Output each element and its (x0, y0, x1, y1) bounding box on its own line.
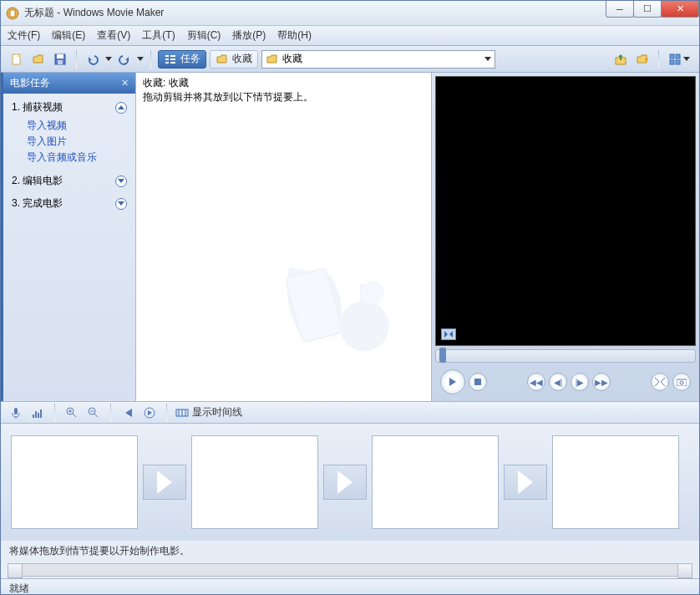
svg-rect-1 (10, 10, 15, 17)
horizontal-scrollbar[interactable] (21, 563, 679, 577)
storyboard-slot[interactable] (11, 435, 138, 529)
split-button[interactable] (651, 373, 669, 391)
menu-help[interactable]: 帮助(H) (277, 28, 312, 43)
zoom-out-button[interactable] (85, 404, 102, 421)
redo-button[interactable] (115, 50, 134, 69)
seek-bar[interactable] (435, 349, 696, 363)
svg-rect-14 (670, 60, 674, 64)
menu-clip[interactable]: 剪辑(C) (187, 28, 221, 43)
menu-file[interactable]: 文件(F) (8, 28, 40, 43)
svg-rect-23 (14, 408, 18, 414)
tasks-icon (164, 53, 177, 66)
stop-button[interactable] (469, 373, 487, 391)
prev-button[interactable]: ◀◀ (527, 373, 545, 391)
collections-label: 收藏 (232, 52, 252, 66)
svg-point-22 (680, 381, 683, 384)
task-section-capture[interactable]: 1. 捕获视频 (12, 100, 127, 114)
redo-dropdown[interactable] (137, 57, 144, 61)
view-mode-button[interactable] (666, 50, 692, 69)
svg-rect-8 (165, 62, 169, 64)
storyboard[interactable] (1, 424, 699, 541)
collection-pane: 收藏: 收藏 拖动剪辑并将其放到以下情节提要上。 (136, 73, 432, 401)
tasks-toggle[interactable]: 任务 (158, 50, 206, 69)
next-button[interactable]: ▶▶ (592, 373, 611, 391)
svg-point-19 (361, 281, 384, 304)
new-folder-button[interactable] (633, 50, 652, 69)
menu-play[interactable]: 播放(P) (232, 28, 266, 43)
svg-rect-13 (676, 54, 680, 58)
timeline-icon (175, 406, 189, 420)
status-text: 就绪 (9, 582, 29, 594)
play-timeline-button[interactable] (141, 404, 158, 421)
expand-icon[interactable] (115, 175, 127, 187)
window-title: 无标题 - Windows Movie Maker (24, 6, 164, 20)
svg-rect-7 (165, 58, 169, 60)
transition-slot[interactable] (323, 465, 367, 500)
link-import-video[interactable]: 导入视频 (12, 118, 127, 134)
seek-cursor[interactable] (439, 348, 446, 363)
toolbar: 任务 收藏 收藏 (1, 46, 699, 73)
svg-rect-20 (474, 379, 481, 385)
transition-slot[interactable] (504, 465, 547, 500)
save-button[interactable] (51, 50, 69, 69)
main-area: 电影任务 ✕ 1. 捕获视频 导入视频 导入图片 导入音频或音乐 2. 编辑电影… (1, 73, 699, 402)
collection-selected: 收藏 (282, 52, 302, 66)
folder-icon (216, 53, 229, 66)
background-film-icon (264, 234, 414, 384)
transition-slot[interactable] (143, 465, 186, 500)
step-fwd-button[interactable]: |▶ (571, 373, 589, 391)
menubar: 文件(F) 编辑(E) 查看(V) 工具(T) 剪辑(C) 播放(P) 帮助(H… (1, 26, 699, 46)
zoom-in-button[interactable] (63, 404, 80, 421)
task-section-finish[interactable]: 3. 完成电影 (12, 196, 127, 211)
new-project-button[interactable] (8, 50, 26, 69)
storyboard-slot[interactable] (552, 435, 679, 529)
play-button[interactable] (440, 369, 465, 394)
svg-rect-5 (58, 60, 63, 64)
audio-levels-button[interactable] (29, 404, 46, 421)
menu-edit[interactable]: 编辑(E) (52, 28, 85, 43)
dropdown-caret-icon (484, 57, 491, 61)
app-icon (6, 7, 19, 20)
svg-rect-12 (670, 54, 674, 58)
timeline-toolbar: 显示时间线 (1, 402, 699, 424)
menu-view[interactable]: 查看(V) (97, 28, 130, 43)
window-buttons: ─ ☐ ✕ (606, 1, 699, 18)
statusbar: 就绪 (1, 578, 699, 595)
svg-rect-11 (170, 62, 175, 64)
narrate-button[interactable] (8, 404, 24, 421)
collections-toggle[interactable]: 收藏 (210, 50, 258, 69)
storyboard-hint: 将媒体拖放到情节提要以开始制作电影。 (1, 541, 699, 562)
undo-dropdown[interactable] (105, 57, 112, 61)
collection-title: 收藏: 收藏 (143, 76, 424, 90)
collection-selector[interactable]: 收藏 (261, 50, 495, 69)
task-section-edit[interactable]: 2. 编辑电影 (12, 174, 127, 188)
snapshot-button[interactable] (672, 373, 691, 391)
step-back-button[interactable]: ◀| (549, 373, 567, 391)
tasks-label: 任务 (180, 52, 200, 66)
link-import-pictures[interactable]: 导入图片 (12, 134, 127, 150)
split-marker-icon[interactable] (441, 328, 456, 340)
menu-tools[interactable]: 工具(T) (142, 28, 175, 43)
close-button[interactable]: ✕ (661, 1, 699, 18)
up-level-button[interactable] (611, 50, 630, 69)
open-button[interactable] (29, 50, 48, 69)
undo-button[interactable] (84, 50, 102, 69)
maximize-button[interactable]: ☐ (633, 1, 662, 18)
preview-screen (435, 76, 696, 346)
minimize-button[interactable]: ─ (606, 1, 634, 18)
transport-controls: ◀◀ ◀| |▶ ▶▶ (435, 366, 696, 398)
task-pane-close[interactable]: ✕ (121, 78, 129, 89)
collapse-icon[interactable] (115, 102, 127, 114)
rewind-button[interactable] (119, 404, 136, 421)
task-pane-title: 电影任务 (10, 76, 50, 90)
collection-instruction: 拖动剪辑并将其放到以下情节提要上。 (143, 90, 424, 104)
svg-rect-4 (57, 54, 63, 58)
storyboard-slot[interactable] (191, 435, 318, 529)
preview-pane: ◀◀ ◀| |▶ ▶▶ (432, 73, 699, 401)
svg-rect-6 (165, 55, 169, 57)
storyboard-slot[interactable] (372, 435, 499, 529)
link-import-audio[interactable]: 导入音频或音乐 (12, 150, 127, 165)
expand-icon[interactable] (115, 198, 127, 210)
show-timeline-link[interactable]: 显示时间线 (175, 405, 242, 420)
svg-rect-15 (676, 60, 680, 64)
